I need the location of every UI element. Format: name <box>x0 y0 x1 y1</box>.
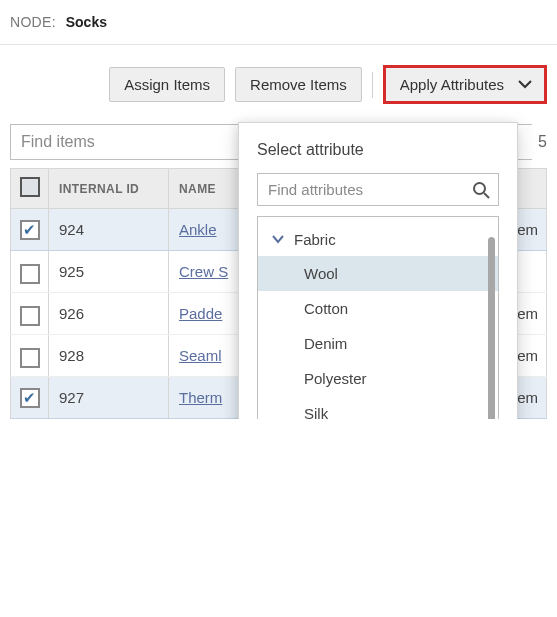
cell-right-trunc: em <box>517 305 538 322</box>
popover-title: Select attribute <box>257 141 499 159</box>
search-icon <box>472 181 490 199</box>
cell-right-trunc: em <box>517 347 538 364</box>
select-all-checkbox[interactable] <box>20 177 40 197</box>
attribute-search[interactable] <box>257 173 499 206</box>
attribute-tree-list: Fabric WoolCottonDenimPolyesterSilkLeath… <box>258 217 498 419</box>
col-internal-id[interactable]: INTERNAL ID <box>49 169 169 209</box>
select-all-header[interactable] <box>11 169 49 209</box>
svg-point-0 <box>474 183 485 194</box>
row-checkbox[interactable] <box>20 348 40 368</box>
cell-internal-id: 928 <box>49 335 169 377</box>
row-checkbox-cell[interactable] <box>11 293 49 335</box>
assign-items-button[interactable]: Assign Items <box>109 67 225 102</box>
attribute-option[interactable]: Wool <box>258 256 498 291</box>
item-name-link[interactable]: Ankle <box>179 221 217 238</box>
apply-attributes-popover: Select attribute Fabric WoolCottonDenimP… <box>238 122 518 419</box>
attribute-option[interactable]: Polyester <box>258 361 498 396</box>
cell-internal-id: 925 <box>49 251 169 293</box>
attribute-tree: Fabric WoolCottonDenimPolyesterSilkLeath… <box>257 216 499 419</box>
cell-right-trunc: em <box>517 389 538 406</box>
item-name-link[interactable]: Crew S <box>179 263 228 280</box>
attribute-option[interactable]: Silk <box>258 396 498 419</box>
remove-items-button[interactable]: Remove Items <box>235 67 362 102</box>
apply-attributes-label: Apply Attributes <box>400 76 504 93</box>
row-checkbox[interactable] <box>20 220 40 240</box>
cell-internal-id: 926 <box>49 293 169 335</box>
svg-line-1 <box>484 193 489 198</box>
attribute-group[interactable]: Fabric <box>258 223 498 256</box>
cell-internal-id: 924 <box>49 209 169 251</box>
toolbar: Assign Items Remove Items Apply Attribut… <box>0 45 557 124</box>
row-checkbox[interactable] <box>20 306 40 326</box>
node-title: Socks <box>66 14 107 30</box>
attribute-option[interactable]: Cotton <box>258 291 498 326</box>
row-checkbox[interactable] <box>20 388 40 408</box>
row-checkbox[interactable] <box>20 264 40 284</box>
attribute-option[interactable]: Denim <box>258 326 498 361</box>
item-name-link[interactable]: Padde <box>179 305 222 322</box>
item-name-link[interactable]: Therm <box>179 389 222 406</box>
node-label: NODE: <box>10 14 56 30</box>
attribute-group-label: Fabric <box>294 231 336 248</box>
row-checkbox-cell[interactable] <box>11 251 49 293</box>
cell-internal-id: 927 <box>49 377 169 419</box>
chevron-down-icon <box>518 77 532 92</box>
find-items-right-trunc: 5 <box>532 124 547 160</box>
row-checkbox-cell[interactable] <box>11 377 49 419</box>
attribute-search-input[interactable] <box>266 180 472 199</box>
item-name-link[interactable]: Seaml <box>179 347 222 364</box>
row-checkbox-cell[interactable] <box>11 209 49 251</box>
scrollbar[interactable] <box>488 237 495 419</box>
toolbar-divider <box>372 72 373 98</box>
cell-right-trunc: em <box>517 221 538 238</box>
page-header: NODE: Socks <box>0 0 557 45</box>
apply-attributes-dropdown[interactable]: Apply Attributes <box>383 65 547 104</box>
chevron-down-icon <box>272 233 284 247</box>
row-checkbox-cell[interactable] <box>11 335 49 377</box>
